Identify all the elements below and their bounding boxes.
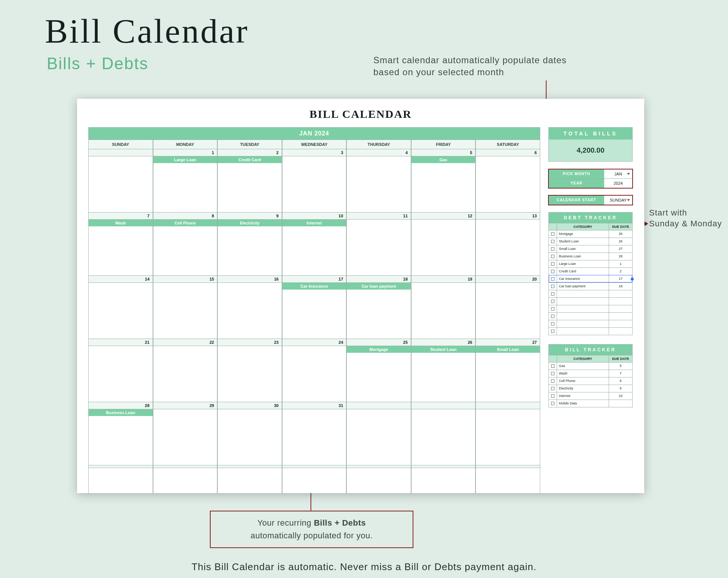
day-cell[interactable]: Credit Card <box>217 156 282 212</box>
pick-month-select[interactable]: JAN <box>604 169 632 178</box>
event-pill[interactable]: Cell Phone <box>153 220 217 226</box>
tracker-category[interactable]: Gas <box>557 363 609 370</box>
day-cell[interactable] <box>282 468 347 493</box>
tracker-row[interactable] <box>549 320 632 327</box>
tracker-due[interactable]: 7 <box>609 370 632 377</box>
tracker-category[interactable]: Small Loan <box>557 245 609 253</box>
day-cell[interactable] <box>88 283 153 339</box>
day-cell[interactable] <box>346 468 411 493</box>
tracker-category[interactable]: Credit Card <box>557 268 609 275</box>
event-pill[interactable]: Car loan payment <box>347 283 411 290</box>
tracker-category[interactable]: Business Loan <box>557 253 609 260</box>
event-pill[interactable]: Student Loan <box>412 346 475 353</box>
event-pill[interactable]: Mortgage <box>347 346 411 353</box>
day-cell[interactable] <box>282 156 347 212</box>
tracker-row[interactable] <box>549 327 632 335</box>
day-cell[interactable] <box>88 346 153 402</box>
day-cell[interactable]: Small Loan <box>475 346 540 402</box>
tracker-due[interactable]: 25 <box>609 230 632 238</box>
tracker-row[interactable]: Internet10 <box>549 392 632 400</box>
tracker-category[interactable] <box>557 320 609 327</box>
tracker-due[interactable] <box>609 305 632 312</box>
tracker-row[interactable] <box>549 312 632 320</box>
day-cell[interactable]: Car loan payment <box>346 283 411 339</box>
day-cell[interactable]: Cell Phone <box>153 220 218 276</box>
tracker-due[interactable]: 10 <box>609 392 632 400</box>
tracker-category[interactable]: Large Loan <box>557 260 609 267</box>
tracker-row[interactable]: Student Loan26 <box>549 238 632 245</box>
tracker-category[interactable] <box>557 298 609 305</box>
day-cell[interactable] <box>411 220 476 276</box>
tracker-due[interactable]: 2 <box>609 268 632 275</box>
calendar-start-row[interactable]: CALENDAR START SUNDAY <box>548 195 633 205</box>
checkbox[interactable] <box>549 305 557 312</box>
tracker-row[interactable]: Cell Phone8 <box>549 377 632 385</box>
tracker-row[interactable] <box>549 290 632 297</box>
day-cell[interactable] <box>346 156 411 212</box>
tracker-row[interactable]: Electricity9 <box>549 385 632 392</box>
day-cell[interactable] <box>88 156 153 212</box>
event-pill[interactable]: Gas <box>412 156 475 163</box>
tracker-category[interactable] <box>557 305 609 312</box>
event-pill[interactable]: Business Loan <box>89 409 153 416</box>
day-cell[interactable] <box>88 468 153 493</box>
day-cell[interactable] <box>282 346 347 402</box>
day-cell[interactable]: Car Insurance <box>282 283 347 339</box>
checkbox[interactable] <box>549 253 557 260</box>
tracker-category[interactable]: Mortgage <box>557 230 609 238</box>
tracker-row[interactable]: Wash7 <box>549 370 632 377</box>
tracker-category[interactable] <box>557 313 609 320</box>
day-cell[interactable] <box>217 468 282 493</box>
tracker-category[interactable]: Car loan payment <box>557 283 609 290</box>
checkbox[interactable] <box>549 377 557 385</box>
tracker-category[interactable]: Electricity <box>557 385 609 392</box>
checkbox[interactable] <box>549 230 557 238</box>
checkbox[interactable] <box>549 370 557 377</box>
day-cell[interactable] <box>475 409 540 465</box>
tracker-row[interactable] <box>549 297 632 305</box>
tracker-due[interactable] <box>609 298 632 305</box>
tracker-due[interactable] <box>609 290 632 297</box>
day-cell[interactable] <box>282 409 347 465</box>
checkbox[interactable] <box>549 268 557 275</box>
tracker-row[interactable]: Gas5 <box>549 362 632 370</box>
tracker-category[interactable]: Student Loan <box>557 238 609 245</box>
tracker-due[interactable] <box>609 320 632 327</box>
checkbox[interactable] <box>549 320 557 327</box>
checkbox[interactable] <box>549 283 557 290</box>
event-pill[interactable]: Small Loan <box>476 346 540 353</box>
checkbox[interactable] <box>549 290 557 297</box>
pick-month-row[interactable]: PICK MONTH JAN <box>548 169 633 179</box>
day-cell[interactable]: Electricity <box>217 220 282 276</box>
day-cell[interactable] <box>217 409 282 465</box>
tracker-due[interactable]: 9 <box>609 385 632 392</box>
day-cell[interactable]: Large Loan <box>153 156 218 212</box>
checkbox[interactable] <box>549 313 557 320</box>
checkbox[interactable] <box>549 363 557 370</box>
checkbox[interactable] <box>549 275 557 282</box>
tracker-due[interactable]: 1 <box>609 260 632 267</box>
tracker-due[interactable]: 26 <box>609 238 632 245</box>
event-pill[interactable]: Credit Card <box>218 156 282 163</box>
checkbox[interactable] <box>549 392 557 400</box>
day-cell[interactable] <box>153 346 218 402</box>
tracker-category[interactable] <box>557 328 609 335</box>
day-cell[interactable]: Wash <box>88 220 153 276</box>
tracker-row[interactable]: Mobile Data <box>549 400 632 407</box>
tracker-row[interactable]: Car loan payment18 <box>549 282 632 290</box>
day-cell[interactable]: Business Loan <box>88 409 153 465</box>
tracker-category[interactable]: Internet <box>557 392 609 400</box>
day-cell[interactable] <box>217 346 282 402</box>
tracker-row[interactable]: Business Loan28 <box>549 253 632 260</box>
tracker-due[interactable]: 28 <box>609 253 632 260</box>
year-row[interactable]: YEAR 2024 <box>548 178 633 188</box>
day-cell[interactable] <box>153 283 218 339</box>
tracker-due[interactable]: 5 <box>609 363 632 370</box>
day-cell[interactable] <box>153 468 218 493</box>
event-pill[interactable]: Electricity <box>218 220 282 226</box>
tracker-category[interactable]: Mobile Data <box>557 400 609 407</box>
day-cell[interactable] <box>217 283 282 339</box>
day-cell[interactable] <box>346 220 411 276</box>
tracker-due[interactable]: 8 <box>609 377 632 385</box>
tracker-row[interactable]: Large Loan1 <box>549 260 632 267</box>
